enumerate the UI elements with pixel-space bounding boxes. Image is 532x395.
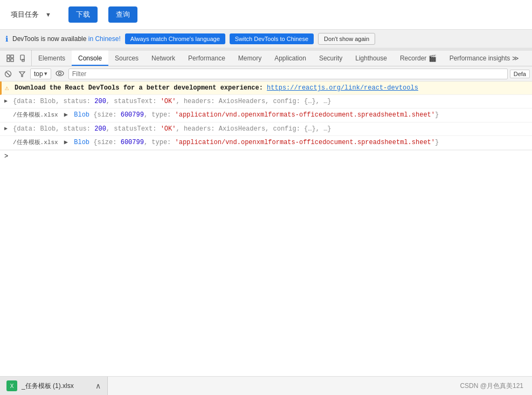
tab-network-label: Network (151, 55, 175, 62)
watermark: CSDN @月色真美121 (460, 382, 532, 391)
page-header: 项目任务 ▼ 下载 查询 (0, 0, 532, 30)
devtools-notification-bar: ℹ DevTools is now available in Chinese! … (0, 30, 532, 49)
console-message-axios-2: ▶ {data: Blob, status: 200, statusText: … (0, 122, 532, 136)
file-icon: X (6, 380, 17, 391)
tab-recorder[interactable]: Recorder 🎬 (393, 50, 443, 66)
tab-security-label: Security (319, 55, 342, 62)
tab-sources[interactable]: Sources (108, 50, 145, 66)
devtools-container: Elements Console Sources Network Perform… (0, 50, 532, 376)
svg-marker-8 (19, 72, 25, 77)
svg-rect-1 (11, 55, 13, 58)
console-message-react: ⚠ Download the React DevTools for a bett… (0, 81, 532, 95)
page-title: 项目任务 (11, 10, 39, 19)
tab-console[interactable]: Console (72, 50, 108, 66)
context-selector[interactable]: top ▾ (30, 69, 51, 79)
inspect-element-icon[interactable] (4, 53, 16, 63)
watermark-text: CSDN @月色真美121 (460, 382, 523, 390)
tab-performance-insights[interactable]: Performance insights ≫ (443, 50, 526, 66)
blob-source-1: /任务模板.xlsx (13, 112, 58, 118)
query-button[interactable]: 查询 (108, 6, 137, 23)
console-toolbar: top ▾ Defa (0, 66, 532, 81)
download-button[interactable]: 下载 (68, 6, 98, 23)
bottom-bar: X _任务模板 (1).xlsx ∧ CSDN @月色真美121 (0, 376, 532, 395)
clear-console-icon[interactable] (2, 69, 14, 79)
devtools-tabs: Elements Console Sources Network Perform… (0, 50, 532, 66)
svg-rect-2 (7, 59, 10, 62)
tab-application[interactable]: Application (268, 50, 313, 66)
tab-sources-label: Sources (115, 55, 139, 62)
switch-chinese-button[interactable]: Switch DevTools to Chinese (230, 33, 314, 44)
tab-application-label: Application (274, 55, 306, 62)
filter-icon[interactable] (16, 69, 28, 79)
svg-rect-5 (22, 59, 24, 62)
tab-lighthouse[interactable]: Lighthouse (349, 50, 393, 66)
tab-recorder-label: Recorder 🎬 (400, 55, 437, 62)
blob-entry-2: /任务模板.xlsx ▶ Blob {size: 600799, type: '… (0, 136, 532, 150)
file-name: _任务模板 (1).xlsx (22, 382, 74, 391)
context-dropdown-arrow: ▾ (44, 70, 47, 77)
tab-performance[interactable]: Performance (182, 50, 232, 66)
blob-entry-1: /任务模板.xlsx ▶ Blob {size: 600799, type: '… (0, 108, 532, 122)
blob-type-2[interactable]: Blob (74, 139, 89, 146)
tab-security[interactable]: Security (313, 50, 349, 66)
tab-performance-insights-label: Performance insights ≫ (450, 55, 519, 62)
page-dropdown-arrow[interactable]: ▼ (45, 11, 51, 18)
tab-lighthouse-label: Lighthouse (355, 55, 387, 62)
blob-type-1[interactable]: Blob (74, 111, 89, 119)
svg-rect-0 (7, 55, 10, 58)
prompt-symbol: > (4, 153, 8, 160)
dont-show-again-button[interactable]: Don't show again (318, 33, 375, 45)
console-message-axios-1: ▶ {data: Blob, status: 200, statusText: … (0, 95, 532, 108)
device-toolbar-icon[interactable] (17, 53, 29, 63)
svg-line-7 (6, 72, 10, 76)
download-file-entry[interactable]: X _任务模板 (1).xlsx ∧ (0, 377, 108, 395)
expand-arrow-2[interactable]: ▶ (4, 125, 8, 133)
console-messages: ⚠ Download the React DevTools for a bett… (0, 81, 532, 376)
expand-arrow-1[interactable]: ▶ (4, 97, 8, 105)
tab-network[interactable]: Network (145, 50, 182, 66)
react-devtools-link[interactable]: https://reactjs.org/link/react-devtools (267, 84, 418, 92)
blob-source-2: /任务模板.xlsx (13, 139, 58, 146)
svg-point-9 (56, 71, 64, 76)
svg-point-10 (58, 72, 61, 74)
tab-icon-group (2, 50, 32, 66)
tab-memory[interactable]: Memory (232, 50, 268, 66)
default-levels-label[interactable]: Defa (510, 70, 530, 78)
info-icon: ℹ (5, 35, 8, 43)
tab-elements-label: Elements (38, 55, 65, 62)
live-expressions-icon[interactable] (53, 69, 66, 79)
tab-performance-label: Performance (188, 55, 225, 62)
file-chevron-icon[interactable]: ∧ (95, 382, 101, 390)
tab-memory-label: Memory (238, 55, 261, 62)
console-prompt: > (0, 150, 532, 162)
tab-elements[interactable]: Elements (32, 50, 72, 66)
notification-link[interactable]: in Chinese! (88, 35, 121, 43)
console-filter-input[interactable] (68, 69, 508, 79)
context-label: top (34, 70, 43, 78)
always-match-button[interactable]: Always match Chrome's language (125, 33, 225, 44)
svg-rect-3 (11, 59, 13, 62)
notification-text: DevTools is now available in Chinese! (12, 35, 121, 43)
tab-console-label: Console (78, 55, 102, 62)
